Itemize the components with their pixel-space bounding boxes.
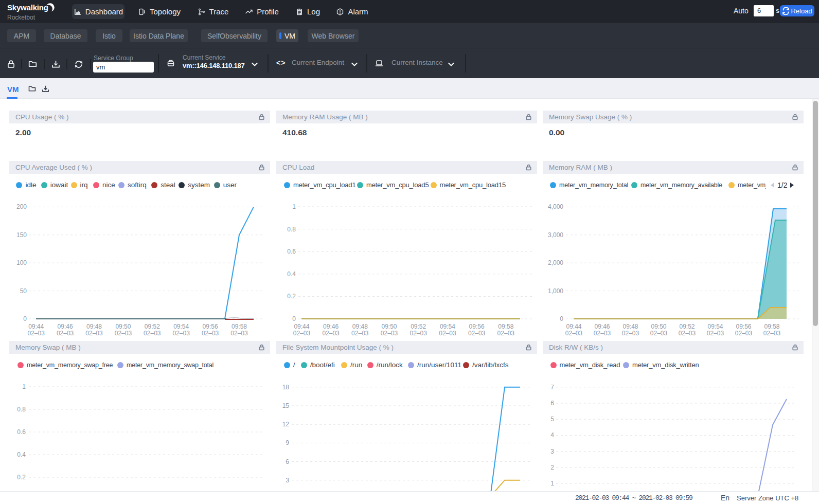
svg-text:6: 6	[550, 400, 554, 407]
svg-text:0: 0	[292, 315, 296, 322]
svg-text:0.2: 0.2	[287, 293, 296, 300]
svg-text:0: 0	[23, 315, 27, 322]
svg-text:150: 150	[16, 231, 27, 239]
svg-text:0.4: 0.4	[17, 451, 26, 458]
svg-text:3,000: 3,000	[548, 231, 563, 239]
svg-text:0.2: 0.2	[17, 474, 26, 481]
svg-text:100: 100	[16, 259, 27, 266]
svg-text:0.6: 0.6	[17, 428, 26, 436]
svg-text:1: 1	[22, 383, 26, 390]
svg-text:1: 1	[292, 203, 296, 210]
svg-text:1,000: 1,000	[548, 287, 563, 295]
svg-text:0.4: 0.4	[287, 271, 296, 278]
svg-text:12: 12	[282, 421, 290, 428]
svg-text:3: 3	[286, 477, 289, 484]
svg-text:18: 18	[282, 384, 290, 391]
svg-text:3: 3	[550, 448, 554, 455]
svg-text:9: 9	[286, 439, 289, 446]
svg-text:0.6: 0.6	[287, 248, 296, 255]
svg-text:0.8: 0.8	[287, 226, 296, 233]
svg-text:4,000: 4,000	[548, 203, 563, 210]
svg-text:0: 0	[560, 315, 563, 322]
svg-text:2,000: 2,000	[548, 259, 563, 266]
svg-text:1: 1	[550, 480, 554, 487]
svg-text:0.8: 0.8	[17, 406, 26, 413]
svg-text:6: 6	[286, 458, 289, 465]
svg-text:50: 50	[20, 287, 27, 295]
svg-text:200: 200	[16, 203, 27, 210]
svg-text:15: 15	[282, 402, 290, 409]
svg-text:4: 4	[550, 431, 554, 439]
svg-text:2: 2	[550, 464, 554, 471]
svg-text:5: 5	[550, 416, 554, 423]
svg-text:7: 7	[550, 384, 554, 391]
